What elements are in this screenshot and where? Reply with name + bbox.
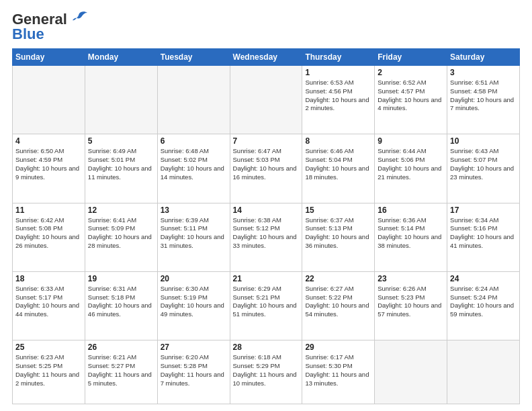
calendar-cell: 23Sunrise: 6:26 AM Sunset: 5:23 PM Dayli… bbox=[375, 271, 447, 340]
day-info: Sunrise: 6:37 AM Sunset: 5:13 PM Dayligh… bbox=[305, 216, 371, 250]
day-info: Sunrise: 6:26 AM Sunset: 5:23 PM Dayligh… bbox=[378, 285, 444, 319]
calendar-cell: 27Sunrise: 6:20 AM Sunset: 5:28 PM Dayli… bbox=[157, 340, 230, 404]
header-tuesday: Tuesday bbox=[157, 49, 230, 66]
calendar-body: 1Sunrise: 6:53 AM Sunset: 4:56 PM Daylig… bbox=[13, 66, 520, 404]
calendar-cell: 16Sunrise: 6:36 AM Sunset: 5:14 PM Dayli… bbox=[375, 203, 447, 271]
day-info: Sunrise: 6:30 AM Sunset: 5:19 PM Dayligh… bbox=[161, 285, 227, 319]
logo-blue: Blue bbox=[12, 26, 44, 43]
calendar-cell: 15Sunrise: 6:37 AM Sunset: 5:13 PM Dayli… bbox=[302, 203, 375, 271]
day-number: 20 bbox=[161, 274, 227, 283]
calendar-cell: 9Sunrise: 6:44 AM Sunset: 5:06 PM Daylig… bbox=[375, 134, 447, 203]
calendar-cell bbox=[230, 66, 302, 134]
calendar-table: SundayMondayTuesdayWednesdayThursdayFrid… bbox=[12, 48, 520, 404]
day-number: 14 bbox=[233, 205, 300, 215]
header-wednesday: Wednesday bbox=[230, 49, 302, 66]
day-info: Sunrise: 6:21 AM Sunset: 5:27 PM Dayligh… bbox=[88, 353, 154, 387]
day-number: 15 bbox=[305, 205, 371, 215]
day-number: 16 bbox=[378, 205, 444, 215]
calendar-cell bbox=[13, 66, 85, 134]
day-info: Sunrise: 6:50 AM Sunset: 4:59 PM Dayligh… bbox=[15, 147, 82, 181]
calendar-cell: 7Sunrise: 6:47 AM Sunset: 5:03 PM Daylig… bbox=[230, 134, 302, 203]
header-row: SundayMondayTuesdayWednesdayThursdayFrid… bbox=[13, 49, 520, 66]
day-number: 29 bbox=[305, 342, 371, 352]
day-info: Sunrise: 6:43 AM Sunset: 5:07 PM Dayligh… bbox=[450, 147, 517, 181]
day-info: Sunrise: 6:23 AM Sunset: 5:25 PM Dayligh… bbox=[15, 353, 82, 387]
day-number: 17 bbox=[450, 205, 517, 215]
day-number: 21 bbox=[233, 274, 300, 283]
calendar-cell: 4Sunrise: 6:50 AM Sunset: 4:59 PM Daylig… bbox=[13, 134, 85, 203]
calendar-header: SundayMondayTuesdayWednesdayThursdayFrid… bbox=[13, 49, 520, 66]
calendar-cell: 5Sunrise: 6:49 AM Sunset: 5:01 PM Daylig… bbox=[85, 134, 157, 203]
header-thursday: Thursday bbox=[302, 49, 375, 66]
logo-bird-icon bbox=[70, 11, 89, 26]
calendar-cell bbox=[157, 66, 230, 134]
header-sunday: Sunday bbox=[13, 49, 85, 66]
calendar-cell: 22Sunrise: 6:27 AM Sunset: 5:22 PM Dayli… bbox=[302, 271, 375, 340]
day-number: 19 bbox=[88, 274, 154, 283]
week-row-4: 25Sunrise: 6:23 AM Sunset: 5:25 PM Dayli… bbox=[13, 340, 520, 404]
calendar-cell bbox=[85, 66, 157, 134]
day-info: Sunrise: 6:51 AM Sunset: 4:58 PM Dayligh… bbox=[450, 79, 517, 113]
day-number: 5 bbox=[88, 136, 154, 146]
day-number: 6 bbox=[161, 136, 227, 146]
calendar-cell bbox=[447, 340, 520, 404]
day-number: 7 bbox=[233, 136, 300, 146]
calendar-cell: 10Sunrise: 6:43 AM Sunset: 5:07 PM Dayli… bbox=[447, 134, 520, 203]
header-friday: Friday bbox=[375, 49, 447, 66]
calendar-cell: 11Sunrise: 6:42 AM Sunset: 5:08 PM Dayli… bbox=[13, 203, 85, 271]
day-number: 3 bbox=[450, 68, 517, 77]
day-info: Sunrise: 6:53 AM Sunset: 4:56 PM Dayligh… bbox=[305, 79, 371, 113]
day-number: 13 bbox=[161, 205, 227, 215]
calendar-cell: 20Sunrise: 6:30 AM Sunset: 5:19 PM Dayli… bbox=[157, 271, 230, 340]
calendar-cell: 8Sunrise: 6:46 AM Sunset: 5:04 PM Daylig… bbox=[302, 134, 375, 203]
day-number: 22 bbox=[305, 274, 371, 283]
day-info: Sunrise: 6:33 AM Sunset: 5:17 PM Dayligh… bbox=[15, 285, 82, 319]
calendar-cell: 28Sunrise: 6:18 AM Sunset: 5:29 PM Dayli… bbox=[230, 340, 302, 404]
day-number: 28 bbox=[233, 342, 300, 352]
day-info: Sunrise: 6:18 AM Sunset: 5:29 PM Dayligh… bbox=[233, 353, 300, 387]
day-info: Sunrise: 6:52 AM Sunset: 4:57 PM Dayligh… bbox=[378, 79, 444, 113]
calendar-cell: 25Sunrise: 6:23 AM Sunset: 5:25 PM Dayli… bbox=[13, 340, 85, 404]
day-number: 1 bbox=[305, 68, 371, 77]
day-info: Sunrise: 6:24 AM Sunset: 5:24 PM Dayligh… bbox=[450, 285, 517, 319]
logo: General Blue bbox=[12, 11, 89, 43]
day-info: Sunrise: 6:20 AM Sunset: 5:28 PM Dayligh… bbox=[161, 353, 227, 387]
day-info: Sunrise: 6:44 AM Sunset: 5:06 PM Dayligh… bbox=[378, 147, 444, 181]
day-number: 2 bbox=[378, 68, 444, 77]
calendar-cell: 21Sunrise: 6:29 AM Sunset: 5:21 PM Dayli… bbox=[230, 271, 302, 340]
day-number: 12 bbox=[88, 205, 154, 215]
calendar-cell: 17Sunrise: 6:34 AM Sunset: 5:16 PM Dayli… bbox=[447, 203, 520, 271]
day-number: 9 bbox=[378, 136, 444, 146]
calendar-cell: 24Sunrise: 6:24 AM Sunset: 5:24 PM Dayli… bbox=[447, 271, 520, 340]
day-info: Sunrise: 6:49 AM Sunset: 5:01 PM Dayligh… bbox=[88, 147, 154, 181]
calendar-cell: 13Sunrise: 6:39 AM Sunset: 5:11 PM Dayli… bbox=[157, 203, 230, 271]
calendar-cell: 6Sunrise: 6:48 AM Sunset: 5:02 PM Daylig… bbox=[157, 134, 230, 203]
day-info: Sunrise: 6:34 AM Sunset: 5:16 PM Dayligh… bbox=[450, 216, 517, 250]
day-number: 8 bbox=[305, 136, 371, 146]
header-monday: Monday bbox=[85, 49, 157, 66]
day-number: 4 bbox=[15, 136, 82, 146]
day-number: 24 bbox=[450, 274, 517, 283]
calendar-cell bbox=[375, 340, 447, 404]
day-info: Sunrise: 6:46 AM Sunset: 5:04 PM Dayligh… bbox=[305, 147, 371, 181]
calendar-cell: 2Sunrise: 6:52 AM Sunset: 4:57 PM Daylig… bbox=[375, 66, 447, 134]
day-info: Sunrise: 6:42 AM Sunset: 5:08 PM Dayligh… bbox=[15, 216, 82, 250]
day-info: Sunrise: 6:38 AM Sunset: 5:12 PM Dayligh… bbox=[233, 216, 300, 250]
day-info: Sunrise: 6:39 AM Sunset: 5:11 PM Dayligh… bbox=[161, 216, 227, 250]
calendar-cell: 3Sunrise: 6:51 AM Sunset: 4:58 PM Daylig… bbox=[447, 66, 520, 134]
calendar: SundayMondayTuesdayWednesdayThursdayFrid… bbox=[12, 48, 520, 404]
calendar-cell: 26Sunrise: 6:21 AM Sunset: 5:27 PM Dayli… bbox=[85, 340, 157, 404]
day-number: 26 bbox=[88, 342, 154, 352]
day-info: Sunrise: 6:29 AM Sunset: 5:21 PM Dayligh… bbox=[233, 285, 300, 319]
calendar-cell: 18Sunrise: 6:33 AM Sunset: 5:17 PM Dayli… bbox=[13, 271, 85, 340]
calendar-cell: 19Sunrise: 6:31 AM Sunset: 5:18 PM Dayli… bbox=[85, 271, 157, 340]
page: General Blue SundayMondayTuesdayWednesda… bbox=[0, 0, 532, 411]
day-info: Sunrise: 6:48 AM Sunset: 5:02 PM Dayligh… bbox=[161, 147, 227, 181]
day-number: 27 bbox=[161, 342, 227, 352]
day-info: Sunrise: 6:47 AM Sunset: 5:03 PM Dayligh… bbox=[233, 147, 300, 181]
calendar-cell: 14Sunrise: 6:38 AM Sunset: 5:12 PM Dayli… bbox=[230, 203, 302, 271]
day-number: 23 bbox=[378, 274, 444, 283]
week-row-2: 11Sunrise: 6:42 AM Sunset: 5:08 PM Dayli… bbox=[13, 203, 520, 271]
header: General Blue bbox=[12, 11, 520, 43]
day-info: Sunrise: 6:41 AM Sunset: 5:09 PM Dayligh… bbox=[88, 216, 154, 250]
